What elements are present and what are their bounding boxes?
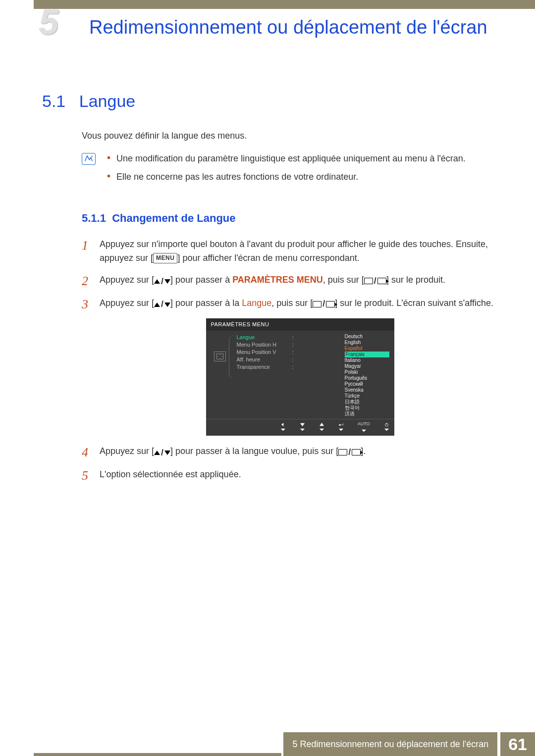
step-3: 3 Appuyez sur [/] pour passer à la Langu… xyxy=(82,297,500,436)
note-item: Elle ne concerne pas les autres fonction… xyxy=(107,170,466,184)
svg-marker-4 xyxy=(300,428,305,431)
osd-language-option: Italiano xyxy=(345,357,389,363)
chapter-number: 5 xyxy=(39,4,58,40)
osd-language-option: Magyar xyxy=(345,363,389,369)
svg-marker-2 xyxy=(281,428,285,431)
osd-screenshot: PARAMÈTRES MENU Langue:Menu Position H:M… xyxy=(206,318,394,436)
up-down-icon: / xyxy=(154,275,170,289)
step-text: ] pour passer à la xyxy=(170,298,242,308)
svg-marker-5 xyxy=(320,423,324,426)
step-number: 4 xyxy=(82,443,88,462)
osd-back-icon xyxy=(280,422,286,432)
osd-language-option: 日本語 xyxy=(345,399,389,405)
svg-marker-8 xyxy=(339,428,343,431)
osd-language-option: English xyxy=(345,340,389,346)
section-number: 5.1 xyxy=(42,92,65,110)
source-enter-icon: / xyxy=(338,446,361,459)
osd-language-option: Français xyxy=(345,352,389,357)
step-text: Appuyez sur [ xyxy=(100,446,154,456)
source-enter-icon: / xyxy=(313,297,335,311)
osd-up-icon xyxy=(319,422,324,432)
step-5: 5 L'option sélectionnée est appliquée. xyxy=(82,468,500,482)
step-text: , puis sur [ xyxy=(323,275,364,285)
step-text: Appuyez sur [ xyxy=(100,275,154,285)
osd-menu-items: Langue:Menu Position H:Menu Position V:A… xyxy=(229,334,345,371)
osd-footer-icons: AUTO xyxy=(206,419,394,433)
page-header: 5 Redimensionnement ou déplacement de l'… xyxy=(0,9,535,68)
step-2: 2 Appuyez sur [/] pour passer à PARAMÈTR… xyxy=(82,273,500,288)
svg-marker-3 xyxy=(300,423,305,426)
step-text: ] pour passer à xyxy=(170,275,232,285)
osd-menu-item: Menu Position H: xyxy=(237,341,345,349)
osd-language-option: Polski xyxy=(345,369,389,375)
section-title: Langue xyxy=(79,92,135,110)
up-down-icon: / xyxy=(154,446,170,460)
osd-menu-item: Menu Position V: xyxy=(237,349,345,356)
osd-enter-icon xyxy=(338,422,344,432)
svg-marker-7 xyxy=(338,424,340,426)
step-text: Appuyez sur [ xyxy=(100,298,154,308)
up-down-icon: / xyxy=(154,298,170,311)
step-number: 1 xyxy=(82,236,88,255)
steps-list: 1 Appuyez sur n'importe quel bouton à l'… xyxy=(82,238,500,481)
step-text: , puis sur [ xyxy=(271,298,313,308)
osd-language-option: 汉语 xyxy=(345,411,389,417)
step-4: 4 Appuyez sur [/] pour passer à la langu… xyxy=(82,445,500,459)
osd-category-icon xyxy=(211,334,229,361)
step-number: 2 xyxy=(82,271,88,291)
subsection-number: 5.1.1 xyxy=(82,212,106,224)
svg-marker-6 xyxy=(320,428,324,431)
emphasis-text: Langue xyxy=(242,298,271,308)
svg-marker-1 xyxy=(281,423,284,426)
step-1: 1 Appuyez sur n'importe quel bouton à l'… xyxy=(82,238,500,265)
svg-marker-12 xyxy=(384,428,388,431)
note-icon xyxy=(82,153,96,165)
step-number: 5 xyxy=(82,466,88,486)
osd-language-list: DeutschEnglishEspañolFrançaisItalianoMag… xyxy=(345,334,389,417)
step-text: ] pour afficher l'écran de menu correspo… xyxy=(177,253,359,263)
osd-title: PARAMÈTRES MENU xyxy=(206,318,394,331)
section-intro: Vous pouvez définir la langue des menus. xyxy=(82,129,500,143)
note-item: Une modification du paramètre linguistiq… xyxy=(107,152,466,166)
step-text: ] pour passer à la langue voulue, puis s… xyxy=(170,446,338,456)
step-number: 3 xyxy=(82,295,88,314)
note-list: Une modification du paramètre linguistiq… xyxy=(107,152,466,190)
step-text: ] sur le produit. L'écran suivant s'affi… xyxy=(335,298,493,308)
step-text: L'option sélectionnée est appliquée. xyxy=(100,469,241,479)
osd-menu-item: Aff. heure: xyxy=(237,356,345,363)
osd-power-icon xyxy=(384,422,389,432)
osd-language-option: Svenska xyxy=(345,387,389,393)
osd-language-option: Português xyxy=(345,375,389,381)
osd-language-option: 한국어 xyxy=(345,405,389,411)
page-title: Redimensionnement ou déplacement de l'éc… xyxy=(89,9,505,40)
osd-language-option: Deutsch xyxy=(345,334,389,340)
subsection-heading: 5.1.1 Changement de Langue xyxy=(82,210,500,227)
osd-auto-label: AUTO xyxy=(358,421,370,433)
svg-marker-9 xyxy=(361,430,366,432)
source-enter-icon: / xyxy=(364,274,386,288)
osd-language-option: Türkçe xyxy=(345,393,389,399)
subsection-title: Changement de Langue xyxy=(112,212,235,224)
page-content: 5.1 Langue Vous pouvez définir la langue… xyxy=(42,88,500,481)
step-text: ] sur le produit. xyxy=(386,275,445,285)
section-heading: 5.1 Langue xyxy=(42,88,500,114)
emphasis-text: PARAMÈTRES MENU xyxy=(232,275,323,285)
menu-button-label: MENU xyxy=(153,253,177,263)
header-stripe xyxy=(34,0,535,9)
osd-menu-item: Transparence: xyxy=(237,363,345,371)
osd-language-option: Español xyxy=(345,346,389,352)
osd-down-icon xyxy=(300,422,305,432)
osd-menu-item: Langue: xyxy=(237,334,345,341)
note-block: Une modification du paramètre linguistiq… xyxy=(82,152,500,190)
osd-language-option: Русский xyxy=(345,381,389,387)
